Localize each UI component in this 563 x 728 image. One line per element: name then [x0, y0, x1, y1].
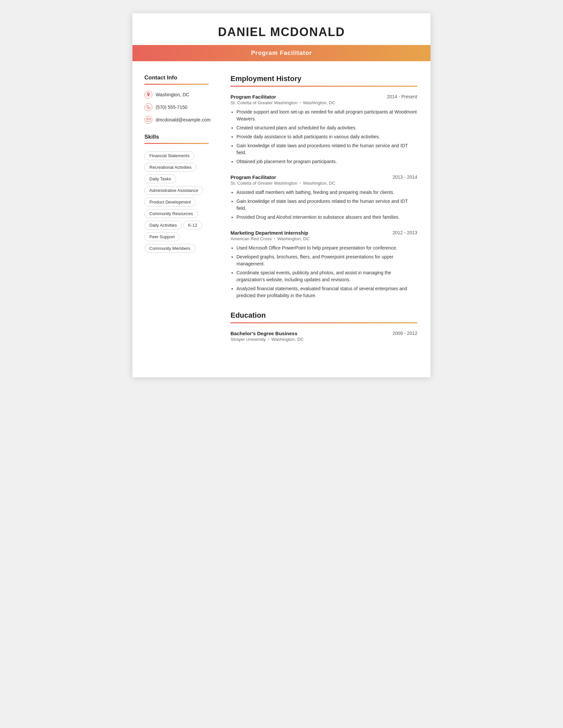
job-bullet-item: Provide daily assistance to adult partic… — [236, 133, 417, 140]
contact-phone: (570) 555-7150 — [144, 103, 209, 111]
skill-tag: Product Development — [144, 198, 196, 206]
location-text: Washington, DC — [156, 92, 189, 97]
job-title: Program Facilitator — [230, 174, 276, 180]
employment-divider — [230, 86, 417, 87]
sidebar: Contact Info Washington, DC (570) 555-71… — [132, 74, 218, 345]
contact-divider — [144, 84, 209, 85]
contact-email: dmcdonald@example.com — [144, 116, 209, 124]
job-title: Marketing Department Internship — [230, 230, 308, 236]
email-icon — [144, 116, 152, 124]
skills-divider — [144, 143, 209, 144]
job-bullet-item: Provide support and loom set-up as neede… — [236, 109, 417, 122]
job-bullet-item: Gain knowledge of state laws and procedu… — [236, 142, 417, 156]
job-header: Program Facilitator2013 - 2014 — [230, 174, 417, 180]
skill-tag: Recreational Activities — [144, 163, 196, 172]
edu-header: Bachelor's Degree Business2009 - 2012 — [230, 331, 417, 336]
skill-tag: Financial Statements — [144, 151, 194, 160]
job-header: Marketing Department Internship2012 - 20… — [230, 230, 417, 236]
contact-section-title: Contact Info — [144, 74, 209, 81]
job-bullets: Assisted staff members with bathing, fee… — [230, 189, 417, 221]
main-content: Employment History Program Facilitator20… — [218, 74, 431, 345]
job-date: 2013 - 2014 — [393, 174, 417, 180]
job-header: Program Facilitator2014 - Present — [230, 94, 417, 100]
job-title: Program Facilitator — [230, 94, 276, 100]
skill-tag: Community Resources — [144, 209, 198, 218]
skill-tag: Daily Activities — [144, 221, 182, 230]
phone-text: (570) 555-7150 — [156, 105, 187, 110]
job-org: St. Coletta of Greater Washington•Washin… — [230, 100, 417, 105]
skill-tag: Peer Support — [144, 232, 180, 241]
body-layout: Contact Info Washington, DC (570) 555-71… — [132, 61, 431, 358]
employment-title: Employment History — [230, 74, 417, 83]
job-bullets: Used Microsoft Office PowerPoint to help… — [230, 245, 417, 299]
candidate-name: DANIEL MCDONALD — [132, 13, 431, 45]
job-date: 2014 - Present — [387, 94, 417, 99]
job-org: St. Coletta of Greater Washington•Washin… — [230, 181, 417, 186]
job-bullet-item: Coordinate special events, publicity and… — [236, 269, 417, 283]
location-icon — [144, 91, 152, 99]
skills-section-title: Skills — [144, 134, 209, 140]
job-bullet-item: Provided Drug and Alcohol intervention t… — [236, 214, 417, 221]
edu-date: 2009 - 2012 — [393, 331, 417, 336]
skill-tag: Community Members — [144, 244, 195, 253]
education-divider — [230, 322, 417, 323]
job-bullets: Provide support and loom set-up as neede… — [230, 109, 417, 165]
contact-location: Washington, DC — [144, 91, 209, 99]
job-date: 2012 - 2013 — [393, 230, 417, 235]
job-bullet-item: Used Microsoft Office PowerPoint to help… — [236, 245, 417, 251]
job-bullet-item: Obtained job placement for program parti… — [236, 158, 417, 165]
skill-tag: Administrative Assistance — [144, 186, 203, 195]
candidate-title: Program Facilitator — [251, 50, 312, 56]
email-text: dmcdonald@example.com — [156, 117, 211, 122]
job-block: Marketing Department Internship2012 - 20… — [230, 230, 417, 299]
skill-tag: K-12 — [183, 221, 202, 230]
phone-icon — [144, 103, 152, 111]
employment-section: Employment History Program Facilitator20… — [230, 74, 417, 299]
job-bullet-item: Analyzed financial statements, evaluated… — [236, 285, 417, 299]
job-org: American Red Cross•Washington, DC — [230, 236, 417, 241]
skill-tag: Daily Tasks — [144, 174, 176, 183]
edu-block: Bachelor's Degree Business2009 - 2012Str… — [230, 331, 417, 342]
skills-section: Skills Financial StatementsRecreational … — [144, 134, 209, 254]
title-bar: Program Facilitator — [132, 45, 431, 61]
resume-document: DANIEL MCDONALD Program Facilitator Cont… — [132, 13, 431, 377]
job-block: Program Facilitator2014 - PresentSt. Col… — [230, 94, 417, 165]
job-bullet-item: Created structured plans and scheduled f… — [236, 124, 417, 131]
job-bullet-item: Developed graphs, brochures, fliers, and… — [236, 253, 417, 267]
jobs-container: Program Facilitator2014 - PresentSt. Col… — [230, 94, 417, 299]
job-block: Program Facilitator2013 - 2014St. Colett… — [230, 174, 417, 221]
skills-tags-container: Financial StatementsRecreational Activit… — [144, 150, 209, 254]
education-section: Education Bachelor's Degree Business2009… — [230, 311, 417, 342]
job-bullet-item: Gain knowledge of state laws and procedu… — [236, 198, 417, 212]
edu-degree: Bachelor's Degree Business — [230, 331, 298, 336]
education-title: Education — [230, 311, 417, 320]
edu-org: Strayer University•Washington, DC — [230, 337, 417, 342]
job-bullet-item: Assisted staff members with bathing, fee… — [236, 189, 417, 196]
edu-container: Bachelor's Degree Business2009 - 2012Str… — [230, 331, 417, 342]
